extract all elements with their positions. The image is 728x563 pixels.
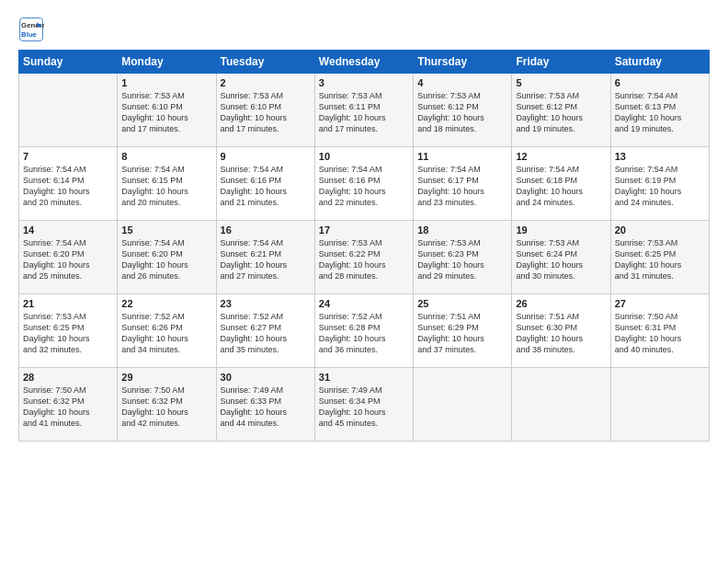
- calendar-cell: 13Sunrise: 7:54 AM Sunset: 6:19 PM Dayli…: [610, 147, 709, 221]
- day-number: 12: [516, 151, 606, 162]
- svg-text:Blue: Blue: [21, 30, 38, 39]
- calendar-cell: 17Sunrise: 7:53 AM Sunset: 6:22 PM Dayli…: [314, 221, 413, 294]
- day-number: 18: [417, 224, 507, 236]
- calendar-cell: 23Sunrise: 7:52 AM Sunset: 6:27 PM Dayli…: [216, 294, 314, 368]
- day-number: 8: [121, 151, 211, 162]
- calendar-cell: 16Sunrise: 7:54 AM Sunset: 6:21 PM Dayli…: [216, 221, 314, 294]
- day-info: Sunrise: 7:54 AM Sunset: 6:20 PM Dayligh…: [121, 237, 211, 282]
- calendar-cell: 22Sunrise: 7:52 AM Sunset: 6:26 PM Dayli…: [118, 294, 216, 368]
- day-info: Sunrise: 7:54 AM Sunset: 6:16 PM Dayligh…: [319, 164, 409, 209]
- calendar-cell: 24Sunrise: 7:52 AM Sunset: 6:28 PM Dayli…: [314, 294, 413, 368]
- calendar-cell: [414, 368, 512, 442]
- day-number: 15: [121, 224, 211, 236]
- day-info: Sunrise: 7:53 AM Sunset: 6:10 PM Dayligh…: [121, 90, 211, 135]
- calendar-cell: 11Sunrise: 7:54 AM Sunset: 6:17 PM Dayli…: [414, 147, 512, 221]
- calendar-cell: 9Sunrise: 7:54 AM Sunset: 6:16 PM Daylig…: [216, 147, 314, 221]
- logo: General Blue: [18, 17, 48, 42]
- day-info: Sunrise: 7:49 AM Sunset: 6:34 PM Dayligh…: [319, 385, 409, 430]
- day-number: 10: [319, 151, 409, 162]
- calendar-cell: 19Sunrise: 7:53 AM Sunset: 6:24 PM Dayli…: [512, 221, 610, 294]
- day-info: Sunrise: 7:54 AM Sunset: 6:19 PM Dayligh…: [615, 164, 705, 209]
- page: General Blue SundayMondayTuesdayWednesda…: [0, 0, 728, 563]
- weekday-header: Friday: [512, 51, 610, 74]
- day-number: 23: [221, 298, 311, 309]
- calendar-cell: 1Sunrise: 7:53 AM Sunset: 6:10 PM Daylig…: [118, 74, 216, 147]
- day-info: Sunrise: 7:53 AM Sunset: 6:12 PM Dayligh…: [516, 90, 606, 135]
- day-number: 21: [23, 298, 113, 309]
- day-info: Sunrise: 7:54 AM Sunset: 6:13 PM Dayligh…: [615, 90, 705, 135]
- day-number: 19: [516, 224, 606, 236]
- calendar-cell: 14Sunrise: 7:54 AM Sunset: 6:20 PM Dayli…: [19, 221, 118, 294]
- calendar-cell: 5Sunrise: 7:53 AM Sunset: 6:12 PM Daylig…: [512, 74, 610, 147]
- day-number: 2: [221, 77, 311, 88]
- weekday-header: Saturday: [610, 51, 709, 74]
- day-number: 31: [319, 372, 409, 383]
- calendar-cell: 12Sunrise: 7:54 AM Sunset: 6:18 PM Dayli…: [512, 147, 610, 221]
- day-info: Sunrise: 7:49 AM Sunset: 6:33 PM Dayligh…: [221, 385, 311, 430]
- day-number: 26: [516, 298, 606, 309]
- calendar-cell: 6Sunrise: 7:54 AM Sunset: 6:13 PM Daylig…: [610, 74, 709, 147]
- day-info: Sunrise: 7:53 AM Sunset: 6:25 PM Dayligh…: [615, 237, 705, 282]
- header: General Blue: [18, 17, 710, 42]
- calendar-cell: 15Sunrise: 7:54 AM Sunset: 6:20 PM Dayli…: [118, 221, 216, 294]
- day-info: Sunrise: 7:54 AM Sunset: 6:16 PM Dayligh…: [221, 164, 311, 209]
- day-info: Sunrise: 7:50 AM Sunset: 6:32 PM Dayligh…: [23, 385, 113, 430]
- calendar-cell: 20Sunrise: 7:53 AM Sunset: 6:25 PM Dayli…: [610, 221, 709, 294]
- day-number: 1: [121, 77, 211, 88]
- calendar-cell: 21Sunrise: 7:53 AM Sunset: 6:25 PM Dayli…: [19, 294, 118, 368]
- day-info: Sunrise: 7:54 AM Sunset: 6:14 PM Dayligh…: [23, 164, 113, 209]
- calendar-week-row: 14Sunrise: 7:54 AM Sunset: 6:20 PM Dayli…: [19, 221, 710, 294]
- day-number: 6: [615, 77, 705, 88]
- day-info: Sunrise: 7:51 AM Sunset: 6:29 PM Dayligh…: [417, 311, 507, 356]
- calendar-cell: 29Sunrise: 7:50 AM Sunset: 6:32 PM Dayli…: [118, 368, 216, 442]
- header-row: SundayMondayTuesdayWednesdayThursdayFrid…: [19, 51, 710, 74]
- day-number: 3: [319, 77, 409, 88]
- day-number: 13: [615, 151, 705, 162]
- day-info: Sunrise: 7:53 AM Sunset: 6:12 PM Dayligh…: [417, 90, 507, 135]
- weekday-header: Wednesday: [314, 51, 413, 74]
- day-number: 17: [319, 224, 409, 236]
- day-info: Sunrise: 7:53 AM Sunset: 6:25 PM Dayligh…: [23, 311, 113, 356]
- calendar-cell: [19, 74, 118, 147]
- calendar-cell: [610, 368, 709, 442]
- weekday-header: Sunday: [19, 51, 118, 74]
- calendar-week-row: 21Sunrise: 7:53 AM Sunset: 6:25 PM Dayli…: [19, 294, 710, 368]
- day-number: 9: [221, 151, 311, 162]
- day-number: 27: [615, 298, 705, 309]
- day-info: Sunrise: 7:51 AM Sunset: 6:30 PM Dayligh…: [516, 311, 606, 356]
- calendar-cell: 10Sunrise: 7:54 AM Sunset: 6:16 PM Dayli…: [314, 147, 413, 221]
- day-info: Sunrise: 7:54 AM Sunset: 6:17 PM Dayligh…: [417, 164, 507, 209]
- day-number: 7: [23, 151, 113, 162]
- day-info: Sunrise: 7:53 AM Sunset: 6:10 PM Dayligh…: [221, 90, 311, 135]
- day-info: Sunrise: 7:54 AM Sunset: 6:20 PM Dayligh…: [23, 237, 113, 282]
- day-number: 29: [121, 372, 211, 383]
- logo-icon: General Blue: [18, 17, 44, 42]
- calendar-cell: 7Sunrise: 7:54 AM Sunset: 6:14 PM Daylig…: [19, 147, 118, 221]
- calendar-header: SundayMondayTuesdayWednesdayThursdayFrid…: [19, 51, 710, 74]
- day-number: 11: [417, 151, 507, 162]
- day-number: 4: [417, 77, 507, 88]
- day-number: 24: [319, 298, 409, 309]
- calendar-body: 1Sunrise: 7:53 AM Sunset: 6:10 PM Daylig…: [19, 74, 710, 442]
- calendar-week-row: 1Sunrise: 7:53 AM Sunset: 6:10 PM Daylig…: [19, 74, 710, 147]
- weekday-header: Monday: [118, 51, 216, 74]
- calendar-cell: 30Sunrise: 7:49 AM Sunset: 6:33 PM Dayli…: [216, 368, 314, 442]
- day-info: Sunrise: 7:53 AM Sunset: 6:11 PM Dayligh…: [319, 90, 409, 135]
- calendar-cell: 2Sunrise: 7:53 AM Sunset: 6:10 PM Daylig…: [216, 74, 314, 147]
- day-info: Sunrise: 7:53 AM Sunset: 6:23 PM Dayligh…: [417, 237, 507, 282]
- day-number: 16: [221, 224, 311, 236]
- calendar-cell: 4Sunrise: 7:53 AM Sunset: 6:12 PM Daylig…: [414, 74, 512, 147]
- day-number: 20: [615, 224, 705, 236]
- day-info: Sunrise: 7:54 AM Sunset: 6:21 PM Dayligh…: [221, 237, 311, 282]
- day-info: Sunrise: 7:50 AM Sunset: 6:32 PM Dayligh…: [121, 385, 211, 430]
- calendar-table: SundayMondayTuesdayWednesdayThursdayFrid…: [18, 50, 710, 442]
- calendar-cell: 28Sunrise: 7:50 AM Sunset: 6:32 PM Dayli…: [19, 368, 118, 442]
- calendar-cell: 3Sunrise: 7:53 AM Sunset: 6:11 PM Daylig…: [314, 74, 413, 147]
- day-number: 30: [221, 372, 311, 383]
- day-info: Sunrise: 7:52 AM Sunset: 6:27 PM Dayligh…: [221, 311, 311, 356]
- calendar-week-row: 7Sunrise: 7:54 AM Sunset: 6:14 PM Daylig…: [19, 147, 710, 221]
- day-number: 22: [121, 298, 211, 309]
- calendar-week-row: 28Sunrise: 7:50 AM Sunset: 6:32 PM Dayli…: [19, 368, 710, 442]
- day-number: 5: [516, 77, 606, 88]
- calendar-cell: 26Sunrise: 7:51 AM Sunset: 6:30 PM Dayli…: [512, 294, 610, 368]
